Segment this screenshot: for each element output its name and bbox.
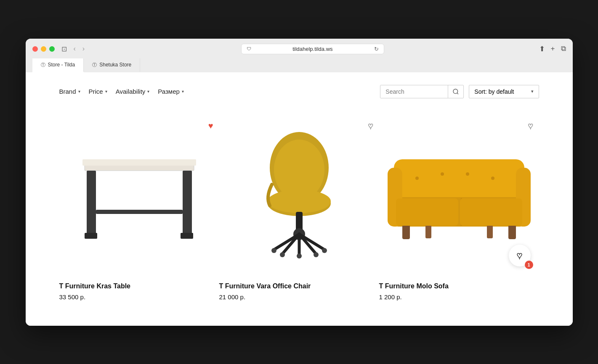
price-filter[interactable]: Price ▾ bbox=[89, 88, 107, 95]
main-content: Brand ▾ Price ▾ Availability ▾ Размер ▾ bbox=[26, 72, 573, 326]
tab-label-2: Shetuka Store bbox=[99, 62, 131, 68]
availability-chevron-icon: ▾ bbox=[147, 89, 149, 94]
products-grid: ♥ bbox=[59, 115, 539, 305]
svg-rect-38 bbox=[396, 198, 458, 226]
search-input[interactable] bbox=[380, 85, 448, 98]
brand-filter-label: Brand bbox=[59, 88, 76, 95]
security-icon: 🛡 bbox=[247, 46, 251, 51]
brand-chevron-icon: ▾ bbox=[78, 89, 80, 94]
wishlist-btn-icon: ♥ bbox=[517, 250, 522, 261]
svg-point-12 bbox=[268, 190, 331, 213]
wishlist-badge: 1 bbox=[525, 261, 533, 269]
toolbar-right: ⬆ + ⧉ bbox=[539, 45, 566, 53]
filter-bar: Brand ▾ Price ▾ Availability ▾ Размер ▾ bbox=[59, 85, 539, 98]
svg-point-28 bbox=[415, 177, 419, 180]
svg-point-0 bbox=[453, 89, 458, 94]
share-icon[interactable]: ⬆ bbox=[539, 45, 545, 53]
svg-line-1 bbox=[457, 93, 458, 94]
price-chevron-icon: ▾ bbox=[105, 89, 107, 94]
tab-label-1: Store - Tilda bbox=[48, 62, 75, 68]
product-price-3: 1 200 р. bbox=[379, 293, 539, 301]
search-button[interactable] bbox=[448, 85, 463, 98]
availability-filter[interactable]: Availability ▾ bbox=[116, 88, 150, 95]
product-info-2: T Furniture Vara Office Chair 21 000 р. bbox=[219, 275, 379, 305]
svg-point-21 bbox=[280, 252, 285, 257]
table-image bbox=[72, 136, 207, 254]
product-card-3[interactable]: ♥ ♥ 1 bbox=[379, 115, 539, 305]
svg-point-24 bbox=[322, 248, 327, 253]
price-filter-label: Price bbox=[89, 88, 103, 95]
svg-rect-39 bbox=[460, 198, 522, 226]
svg-point-23 bbox=[314, 252, 319, 257]
product-image-wrapper-1: ♥ bbox=[59, 115, 219, 275]
title-bar: ⊡ ‹ › 🛡 tildahelp.tilda.ws ↻ ⬆ + ⧉ Ⓣ Sto… bbox=[26, 39, 573, 72]
sort-dropdown[interactable]: Sort: by default ▾ bbox=[469, 85, 539, 98]
wishlist-heart-3[interactable]: ♥ bbox=[528, 121, 533, 131]
search-box bbox=[380, 85, 464, 98]
tabs-icon[interactable]: ⧉ bbox=[561, 45, 566, 53]
wishlist-heart-2[interactable]: ♥ bbox=[368, 121, 373, 131]
size-chevron-icon: ▾ bbox=[182, 89, 184, 94]
search-icon bbox=[452, 88, 459, 95]
size-filter-label: Размер bbox=[158, 88, 180, 95]
address-bar-container: 🛡 tildahelp.tilda.ws ↻ bbox=[91, 44, 534, 54]
svg-rect-3 bbox=[82, 159, 196, 166]
sort-label: Sort: by default bbox=[474, 88, 514, 95]
product-name-2: T Furniture Vara Office Chair bbox=[219, 282, 379, 290]
svg-rect-4 bbox=[87, 171, 96, 238]
svg-rect-6 bbox=[85, 233, 97, 239]
refresh-icon[interactable]: ↻ bbox=[374, 46, 379, 52]
product-info-1: T Furniture Kras Table 33 500 р. bbox=[59, 275, 219, 305]
chair-image bbox=[249, 130, 350, 260]
sidebar-toggle-icon[interactable]: ⊡ bbox=[60, 44, 69, 54]
size-filter[interactable]: Размер ▾ bbox=[158, 88, 184, 95]
svg-rect-5 bbox=[183, 171, 192, 238]
svg-point-30 bbox=[466, 172, 469, 176]
svg-point-29 bbox=[441, 172, 444, 176]
product-card-2[interactable]: ♥ bbox=[219, 115, 379, 305]
svg-rect-8 bbox=[96, 210, 183, 214]
sofa-image bbox=[388, 147, 531, 243]
brand-filter[interactable]: Brand ▾ bbox=[59, 88, 80, 95]
url-text: tildahelp.tilda.ws bbox=[254, 46, 372, 52]
svg-point-31 bbox=[491, 177, 494, 180]
forward-button[interactable]: › bbox=[81, 44, 86, 53]
tabs-bar: Ⓣ Store - Tilda Ⓣ Shetuka Store bbox=[32, 58, 566, 72]
svg-point-22 bbox=[297, 253, 302, 258]
svg-rect-37 bbox=[487, 224, 493, 238]
product-name-3: T Furniture Molo Sofa bbox=[379, 282, 539, 290]
product-price-1: 33 500 р. bbox=[59, 293, 219, 301]
svg-point-20 bbox=[271, 248, 276, 253]
tab-favicon-1: Ⓣ bbox=[41, 62, 45, 68]
availability-filter-label: Availability bbox=[116, 88, 146, 95]
address-bar[interactable]: 🛡 tildahelp.tilda.ws ↻ bbox=[241, 44, 384, 54]
product-image-wrapper-3: ♥ ♥ 1 bbox=[379, 115, 539, 275]
wishlist-heart-1[interactable]: ♥ bbox=[208, 121, 213, 131]
svg-rect-36 bbox=[425, 224, 431, 238]
tab-favicon-2: Ⓣ bbox=[92, 62, 97, 68]
product-card-1[interactable]: ♥ bbox=[59, 115, 219, 305]
svg-rect-7 bbox=[181, 233, 193, 239]
minimize-button[interactable] bbox=[41, 46, 46, 52]
new-tab-icon[interactable]: + bbox=[551, 45, 555, 53]
sort-chevron-icon: ▾ bbox=[531, 89, 534, 94]
close-button[interactable] bbox=[32, 46, 38, 52]
filter-right: Sort: by default ▾ bbox=[380, 85, 539, 98]
browser-window: ⊡ ‹ › 🛡 tildahelp.tilda.ws ↻ ⬆ + ⧉ Ⓣ Sto… bbox=[26, 39, 573, 326]
product-name-1: T Furniture Kras Table bbox=[59, 282, 219, 290]
fullscreen-button[interactable] bbox=[49, 46, 55, 52]
tab-store-tilda[interactable]: Ⓣ Store - Tilda bbox=[32, 58, 84, 72]
back-button[interactable]: ‹ bbox=[72, 44, 77, 53]
product-price-2: 21 000 р. bbox=[219, 293, 379, 301]
product-info-3: T Furniture Molo Sofa 1 200 р. bbox=[379, 275, 539, 305]
window-controls: ⊡ ‹ › bbox=[60, 44, 87, 54]
tab-shetuka-store[interactable]: Ⓣ Shetuka Store bbox=[84, 58, 140, 72]
product-image-wrapper-2: ♥ bbox=[219, 115, 379, 275]
filter-left: Brand ▾ Price ▾ Availability ▾ Размер ▾ bbox=[59, 88, 184, 95]
traffic-lights bbox=[32, 46, 55, 52]
